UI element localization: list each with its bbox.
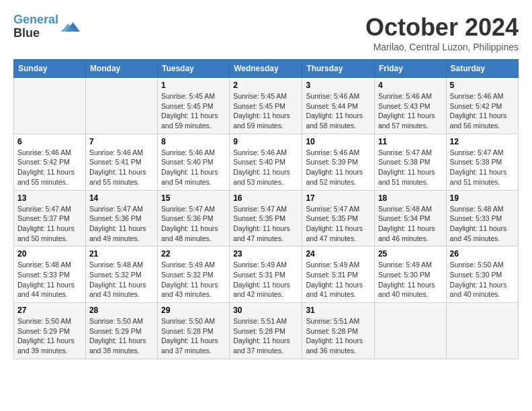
day-number: 8 [161, 137, 226, 146]
day-number: 31 [306, 306, 371, 315]
calendar-cell [14, 78, 86, 134]
day-number: 21 [89, 249, 154, 259]
day-info: Sunrise: 5:46 AMSunset: 5:42 PMDaylight:… [17, 148, 82, 187]
logo-icon [61, 17, 80, 36]
weekday-header: Saturday [446, 60, 518, 78]
logo-text: GeneralBlue [13, 13, 58, 40]
day-info: Sunrise: 5:45 AMSunset: 5:45 PMDaylight:… [233, 91, 298, 131]
day-number: 7 [89, 137, 154, 146]
weekday-header: Monday [85, 60, 157, 78]
day-info: Sunrise: 5:47 AMSunset: 5:36 PMDaylight:… [161, 204, 226, 244]
calendar-cell: 12Sunrise: 5:47 AMSunset: 5:38 PMDayligh… [446, 134, 518, 190]
day-info: Sunrise: 5:48 AMSunset: 5:34 PMDaylight:… [378, 204, 443, 244]
day-number: 19 [450, 193, 515, 203]
day-info: Sunrise: 5:46 AMSunset: 5:44 PMDaylight:… [306, 91, 371, 131]
day-info: Sunrise: 5:45 AMSunset: 5:45 PMDaylight:… [161, 91, 226, 131]
day-number: 22 [161, 249, 226, 259]
calendar-cell: 15Sunrise: 5:47 AMSunset: 5:36 PMDayligh… [157, 190, 229, 246]
weekday-header: Tuesday [157, 60, 229, 78]
calendar-cell: 25Sunrise: 5:49 AMSunset: 5:30 PMDayligh… [374, 246, 446, 303]
calendar-cell: 18Sunrise: 5:48 AMSunset: 5:34 PMDayligh… [374, 190, 446, 246]
day-info: Sunrise: 5:49 AMSunset: 5:30 PMDaylight:… [378, 260, 443, 300]
calendar-cell: 1Sunrise: 5:45 AMSunset: 5:45 PMDaylight… [157, 78, 229, 134]
calendar-cell: 19Sunrise: 5:48 AMSunset: 5:33 PMDayligh… [446, 190, 518, 246]
day-info: Sunrise: 5:49 AMSunset: 5:32 PMDaylight:… [161, 260, 226, 300]
day-number: 14 [89, 193, 154, 203]
day-number: 9 [233, 137, 298, 146]
day-number: 26 [450, 249, 515, 259]
calendar-cell: 5Sunrise: 5:46 AMSunset: 5:42 PMDaylight… [446, 78, 518, 134]
calendar-cell: 29Sunrise: 5:50 AMSunset: 5:28 PMDayligh… [157, 303, 229, 359]
day-info: Sunrise: 5:47 AMSunset: 5:38 PMDaylight:… [378, 148, 443, 187]
day-info: Sunrise: 5:46 AMSunset: 5:43 PMDaylight:… [378, 91, 443, 131]
day-number: 5 [450, 81, 515, 90]
calendar-cell: 8Sunrise: 5:46 AMSunset: 5:40 PMDaylight… [157, 134, 229, 190]
day-info: Sunrise: 5:49 AMSunset: 5:31 PMDaylight:… [233, 260, 298, 300]
calendar-cell: 13Sunrise: 5:47 AMSunset: 5:37 PMDayligh… [14, 190, 86, 246]
calendar-cell: 7Sunrise: 5:46 AMSunset: 5:41 PMDaylight… [85, 134, 157, 190]
weekday-header: Wednesday [230, 60, 302, 78]
calendar-week-row: 20Sunrise: 5:48 AMSunset: 5:33 PMDayligh… [14, 246, 519, 303]
location-title: Marilao, Central Luzon, Philippines [365, 42, 519, 52]
day-number: 6 [17, 137, 82, 146]
day-number: 28 [89, 306, 154, 315]
day-info: Sunrise: 5:47 AMSunset: 5:36 PMDaylight:… [89, 204, 154, 244]
calendar-cell: 16Sunrise: 5:47 AMSunset: 5:35 PMDayligh… [230, 190, 302, 246]
day-info: Sunrise: 5:48 AMSunset: 5:32 PMDaylight:… [89, 260, 154, 300]
day-info: Sunrise: 5:50 AMSunset: 5:29 PMDaylight:… [89, 316, 154, 356]
calendar-cell: 28Sunrise: 5:50 AMSunset: 5:29 PMDayligh… [85, 303, 157, 359]
calendar-cell: 22Sunrise: 5:49 AMSunset: 5:32 PMDayligh… [157, 246, 229, 303]
day-number: 20 [17, 249, 82, 259]
day-number: 11 [378, 137, 443, 146]
day-info: Sunrise: 5:46 AMSunset: 5:42 PMDaylight:… [450, 91, 515, 131]
calendar-table: SundayMondayTuesdayWednesdayThursdayFrid… [13, 59, 519, 359]
day-info: Sunrise: 5:47 AMSunset: 5:38 PMDaylight:… [450, 148, 515, 187]
day-number: 13 [17, 193, 82, 203]
calendar-week-row: 6Sunrise: 5:46 AMSunset: 5:42 PMDaylight… [14, 134, 519, 190]
day-number: 17 [306, 193, 371, 203]
calendar-cell: 4Sunrise: 5:46 AMSunset: 5:43 PMDaylight… [374, 78, 446, 134]
day-number: 27 [17, 306, 82, 315]
day-info: Sunrise: 5:47 AMSunset: 5:35 PMDaylight:… [233, 204, 298, 244]
calendar-cell: 9Sunrise: 5:46 AMSunset: 5:40 PMDaylight… [230, 134, 302, 190]
day-info: Sunrise: 5:48 AMSunset: 5:33 PMDaylight:… [450, 204, 515, 244]
title-block: October 2024 Marilao, Central Luzon, Phi… [365, 13, 519, 52]
calendar-week-row: 13Sunrise: 5:47 AMSunset: 5:37 PMDayligh… [14, 190, 519, 246]
calendar-cell: 31Sunrise: 5:51 AMSunset: 5:28 PMDayligh… [302, 303, 375, 359]
day-info: Sunrise: 5:46 AMSunset: 5:40 PMDaylight:… [161, 148, 226, 187]
calendar-cell [374, 303, 446, 359]
calendar-cell [85, 78, 157, 134]
calendar-cell: 26Sunrise: 5:50 AMSunset: 5:30 PMDayligh… [446, 246, 518, 303]
day-info: Sunrise: 5:50 AMSunset: 5:28 PMDaylight:… [161, 316, 226, 356]
day-number: 24 [306, 249, 371, 259]
calendar-cell: 24Sunrise: 5:49 AMSunset: 5:31 PMDayligh… [302, 246, 375, 303]
calendar-cell: 11Sunrise: 5:47 AMSunset: 5:38 PMDayligh… [374, 134, 446, 190]
day-info: Sunrise: 5:51 AMSunset: 5:28 PMDaylight:… [233, 316, 298, 356]
day-number: 30 [233, 306, 298, 315]
day-info: Sunrise: 5:50 AMSunset: 5:29 PMDaylight:… [17, 316, 82, 356]
calendar-week-row: 1Sunrise: 5:45 AMSunset: 5:45 PMDaylight… [14, 78, 519, 134]
calendar-cell: 6Sunrise: 5:46 AMSunset: 5:42 PMDaylight… [14, 134, 86, 190]
day-number: 10 [306, 137, 371, 146]
calendar-cell: 21Sunrise: 5:48 AMSunset: 5:32 PMDayligh… [85, 246, 157, 303]
calendar-cell: 10Sunrise: 5:46 AMSunset: 5:39 PMDayligh… [302, 134, 375, 190]
day-number: 12 [450, 137, 515, 146]
day-info: Sunrise: 5:51 AMSunset: 5:28 PMDaylight:… [306, 316, 371, 356]
day-number: 23 [233, 249, 298, 259]
day-info: Sunrise: 5:49 AMSunset: 5:31 PMDaylight:… [306, 260, 371, 300]
day-number: 25 [378, 249, 443, 259]
day-number: 29 [161, 306, 226, 315]
day-info: Sunrise: 5:46 AMSunset: 5:41 PMDaylight:… [89, 148, 154, 187]
weekday-header: Thursday [302, 60, 375, 78]
day-number: 3 [306, 81, 371, 90]
day-number: 16 [233, 193, 298, 203]
day-info: Sunrise: 5:50 AMSunset: 5:30 PMDaylight:… [450, 260, 515, 300]
calendar-cell: 30Sunrise: 5:51 AMSunset: 5:28 PMDayligh… [230, 303, 302, 359]
day-number: 1 [161, 81, 226, 90]
day-number: 15 [161, 193, 226, 203]
logo: GeneralBlue [13, 13, 80, 40]
day-info: Sunrise: 5:46 AMSunset: 5:39 PMDaylight:… [306, 148, 371, 187]
calendar-cell: 14Sunrise: 5:47 AMSunset: 5:36 PMDayligh… [85, 190, 157, 246]
calendar-cell: 20Sunrise: 5:48 AMSunset: 5:33 PMDayligh… [14, 246, 86, 303]
weekday-header: Friday [374, 60, 446, 78]
